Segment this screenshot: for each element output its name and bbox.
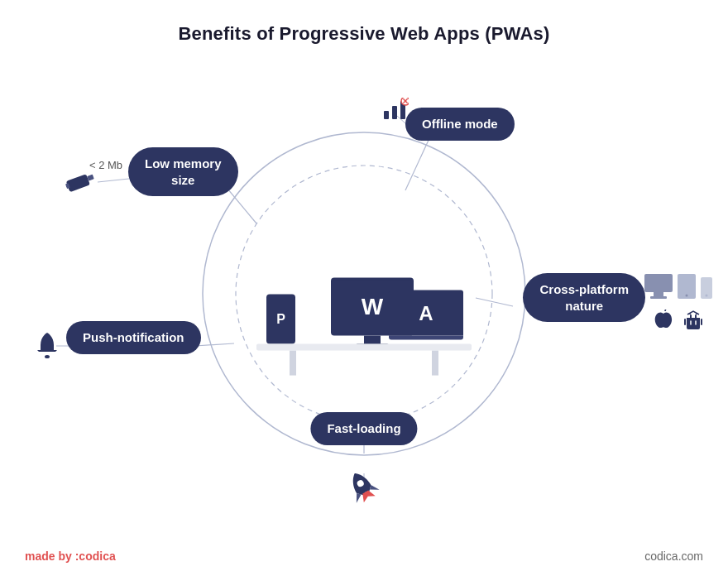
push-label: Push-notification: [83, 330, 184, 344]
cross-platform-pill: Cross-platformnature: [523, 273, 645, 322]
svg-line-6: [476, 298, 513, 306]
footer-url: codica.com: [644, 550, 703, 563]
desk-surface: [256, 344, 472, 351]
desk-leg-right: [432, 351, 438, 376]
svg-rect-31: [695, 314, 697, 319]
offline-mode-pill: Offline mode: [405, 108, 515, 141]
svg-point-29: [706, 295, 708, 297]
desk-scene: P W A: [248, 194, 480, 376]
phone-device: P: [266, 295, 295, 344]
phone-letter: P: [276, 312, 285, 327]
offline-label: Offline mode: [422, 117, 498, 131]
svg-rect-12: [66, 174, 90, 192]
cross-platform-devices: [644, 273, 713, 333]
svg-line-4: [405, 137, 430, 190]
low-memory-label: Low memorysize: [145, 156, 222, 187]
os-icons-row: [644, 310, 713, 333]
push-notification-pill: Push-notification: [66, 321, 201, 354]
cross-platform-label: Cross-platformnature: [539, 282, 629, 313]
svg-point-36: [689, 313, 691, 314]
rocket-icon: [338, 462, 391, 518]
svg-rect-25: [650, 296, 667, 299]
svg-point-37: [696, 313, 697, 314]
desk-leg-left: [290, 351, 296, 376]
tablet-small-icon: [677, 273, 697, 300]
svg-rect-30: [690, 314, 692, 319]
laptop-screen: A: [389, 290, 463, 336]
apple-icon: [654, 310, 673, 333]
phone-small-icon: [700, 276, 713, 300]
svg-point-15: [45, 355, 50, 358]
device-icons-row: [644, 273, 713, 300]
page-container: Benefits of Progressive Web Apps (PWAs) …: [0, 0, 728, 576]
android-icon: [683, 310, 703, 333]
laptop-device: A: [389, 290, 463, 344]
laptop-base: [389, 336, 463, 340]
page-title: Benefits of Progressive Web Apps (PWAs): [0, 0, 728, 45]
monitor-stand: [364, 336, 381, 344]
footer-made-by: made by :codica: [25, 550, 116, 563]
fast-loading-label: Fast-loading: [327, 421, 400, 435]
laptop-letter: A: [419, 301, 433, 324]
svg-rect-17: [392, 106, 397, 119]
svg-line-8: [195, 343, 234, 346]
monitor-letter: W: [362, 294, 383, 320]
bell-icon: [35, 331, 60, 365]
svg-rect-24: [654, 292, 663, 296]
size-label: < 2 Mb: [89, 159, 122, 171]
svg-rect-16: [384, 111, 389, 119]
fast-loading-pill: Fast-loading: [310, 412, 417, 445]
made-by-prefix: made by: [25, 550, 72, 563]
codica-brand: :codica: [75, 550, 116, 563]
low-memory-pill: Low memorysize: [128, 147, 238, 196]
svg-rect-23: [644, 274, 673, 292]
svg-point-27: [686, 295, 688, 297]
monitor-small-icon: [644, 273, 673, 300]
footer: made by :codica codica.com: [0, 550, 728, 563]
